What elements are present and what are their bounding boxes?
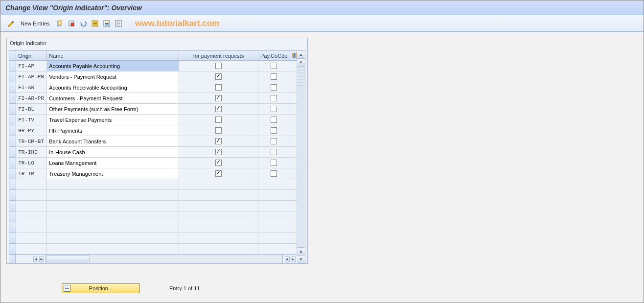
name-cell[interactable]: Loans Management [47, 158, 179, 168]
col-payreq-header[interactable]: for payment requests [179, 51, 258, 61]
pay-cocde-checkbox[interactable] [271, 84, 277, 91]
empty-cell[interactable] [47, 201, 179, 211]
payment-request-checkbox[interactable] [215, 84, 222, 91]
row-selector[interactable] [9, 179, 16, 190]
toggle-change-icon[interactable] [5, 19, 15, 28]
empty-cell[interactable] [258, 179, 290, 190]
hscroll-thumb[interactable] [46, 256, 90, 262]
origin-cell[interactable]: TR-TM [16, 168, 47, 179]
row-selector[interactable] [9, 61, 16, 71]
pay-cocde-checkbox[interactable] [271, 149, 277, 155]
empty-cell[interactable] [47, 244, 179, 255]
pay-cocde-checkbox[interactable] [271, 117, 277, 123]
row-selector[interactable] [9, 104, 16, 115]
pay-cocde-checkbox[interactable] [271, 73, 277, 80]
payment-request-checkbox[interactable] [215, 160, 222, 166]
row-selector[interactable] [9, 82, 16, 93]
row-selector[interactable] [9, 71, 16, 82]
pay-cocde-checkbox[interactable] [271, 106, 277, 112]
origin-cell[interactable]: FI-TV [16, 115, 47, 125]
row-selector[interactable] [9, 201, 16, 211]
name-cell[interactable]: Bank Account Transfers [47, 136, 179, 147]
pay-cocde-checkbox[interactable] [271, 138, 277, 144]
new-entries-button[interactable]: New Entries [17, 19, 53, 28]
name-cell[interactable]: Vendors - Payment Request [47, 71, 179, 82]
empty-cell[interactable] [179, 190, 258, 201]
deselect-all-icon[interactable] [114, 19, 123, 28]
empty-cell[interactable] [179, 244, 258, 255]
row-selector[interactable] [9, 168, 16, 179]
payment-request-checkbox[interactable] [215, 170, 222, 177]
payment-request-checkbox[interactable] [215, 106, 222, 112]
empty-cell[interactable] [258, 222, 290, 233]
copy-icon[interactable] [55, 19, 65, 28]
hscroll-left-icon[interactable]: ◄ [33, 256, 38, 262]
vscroll-down-step-icon[interactable]: ▼ [297, 59, 305, 67]
pay-cocde-checkbox[interactable] [271, 170, 277, 177]
select-block-icon[interactable] [102, 19, 112, 28]
empty-cell[interactable] [47, 233, 179, 244]
col-name-header[interactable]: Name [47, 51, 179, 61]
empty-cell[interactable] [179, 233, 258, 244]
payment-request-checkbox[interactable] [215, 127, 222, 134]
empty-cell[interactable] [258, 201, 290, 211]
vscroll-up2-icon[interactable]: ▲ [297, 247, 305, 255]
name-cell[interactable]: In-House Cash [47, 147, 179, 158]
payment-request-checkbox[interactable] [215, 138, 222, 144]
row-selector[interactable] [9, 233, 16, 244]
empty-cell[interactable] [16, 190, 47, 201]
origin-cell[interactable]: FI-AR [16, 82, 47, 93]
hscroll-track[interactable] [46, 255, 282, 263]
pay-cocde-checkbox[interactable] [271, 95, 277, 101]
row-selector[interactable] [9, 190, 16, 201]
position-button[interactable]: Position... [62, 283, 140, 293]
empty-cell[interactable] [258, 244, 290, 255]
empty-cell[interactable] [47, 222, 179, 233]
empty-cell[interactable] [16, 244, 47, 255]
name-cell[interactable]: Accounts Receivable Accounting [47, 82, 179, 93]
row-selector[interactable] [9, 136, 16, 147]
origin-cell[interactable]: FI-BL [16, 104, 47, 115]
empty-cell[interactable] [258, 233, 290, 244]
name-cell[interactable]: Travel Expense Payments [47, 115, 179, 125]
row-selector[interactable] [9, 125, 16, 136]
pay-cocde-checkbox[interactable] [271, 127, 277, 134]
empty-cell[interactable] [258, 190, 290, 201]
row-selector[interactable] [9, 158, 16, 168]
name-cell[interactable]: HR Payments [47, 125, 179, 136]
hscroll-right-local-icon[interactable]: ► [39, 256, 44, 262]
empty-cell[interactable] [47, 211, 179, 222]
col-paycocde-header[interactable]: Pay.CoCde [258, 51, 290, 61]
name-cell[interactable]: Customers - Payment Request [47, 93, 179, 104]
payment-request-checkbox[interactable] [215, 63, 222, 69]
empty-cell[interactable] [47, 179, 179, 190]
empty-cell[interactable] [16, 201, 47, 211]
select-all-icon[interactable] [90, 19, 100, 28]
undo-icon[interactable] [78, 19, 88, 28]
vscroll-page-area[interactable] [297, 67, 305, 86]
payment-request-checkbox[interactable] [215, 117, 222, 123]
payment-request-checkbox[interactable] [215, 95, 222, 101]
origin-cell[interactable]: FI-AR-PR [16, 93, 47, 104]
empty-cell[interactable] [47, 190, 179, 201]
payment-request-checkbox[interactable] [215, 73, 222, 80]
configure-columns-icon[interactable] [290, 51, 297, 61]
empty-cell[interactable] [179, 179, 258, 190]
select-all-header[interactable] [9, 51, 16, 61]
origin-cell[interactable]: TR-LO [16, 158, 47, 168]
row-selector[interactable] [9, 115, 16, 125]
empty-cell[interactable] [179, 211, 258, 222]
origin-cell[interactable]: HR-PY [16, 125, 47, 136]
origin-cell[interactable]: TR-CM-BT [16, 136, 47, 147]
vscroll-up-icon[interactable]: ▲ [297, 51, 305, 59]
hscroll-left2-icon[interactable]: ◄ [285, 256, 290, 262]
row-selector[interactable] [9, 147, 16, 158]
name-cell[interactable]: Treasury Management [47, 168, 179, 179]
empty-cell[interactable] [16, 222, 47, 233]
name-cell[interactable]: Other Payments (such as Free Form) [47, 104, 179, 115]
name-cell[interactable]: Accounts Payable Accounting [47, 61, 179, 71]
col-origin-header[interactable]: Origin [16, 51, 47, 61]
pay-cocde-checkbox[interactable] [271, 63, 277, 69]
row-selector[interactable] [9, 222, 16, 233]
empty-cell[interactable] [179, 201, 258, 211]
